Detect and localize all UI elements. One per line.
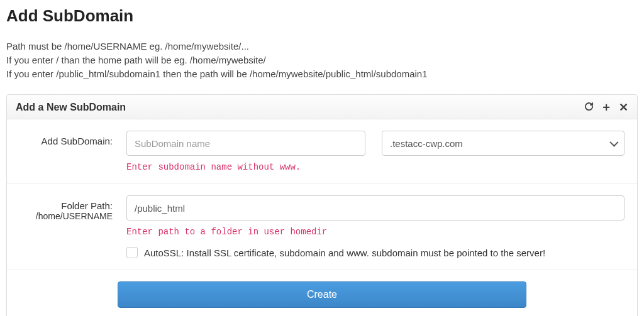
domain-select-value: .testacc-cwp.com	[390, 138, 463, 149]
intro-line-2: If you enter / than the home path will b…	[6, 53, 638, 67]
autossl-row: AutoSSL: Install SSL certificate, subdom…	[126, 247, 625, 258]
subdomain-input[interactable]	[126, 131, 365, 156]
add-subdomain-panel: Add a New SubDomain + ✕ Add SubDomain: .…	[6, 94, 638, 316]
button-row: Create	[7, 270, 637, 316]
autossl-checkbox[interactable]	[126, 247, 138, 258]
close-icon[interactable]: ✕	[619, 102, 628, 113]
folderpath-label: Folder Path:	[61, 200, 113, 211]
intro-text: Path must be /home/USERNAME eg. /home/my…	[6, 40, 638, 80]
intro-line-3: If you enter /public_html/subdomain1 the…	[6, 67, 638, 81]
panel-header: Add a New SubDomain + ✕	[7, 95, 637, 119]
folderpath-row: Folder Path: /home/USERNAME Enter path t…	[7, 184, 637, 270]
intro-line-1: Path must be /home/USERNAME eg. /home/my…	[6, 40, 638, 53]
refresh-icon[interactable]	[584, 102, 594, 113]
folderpath-input[interactable]	[126, 195, 625, 221]
folderpath-hint: Enter path to a folder in user homedir	[126, 227, 625, 237]
domain-select[interactable]: .testacc-cwp.com	[382, 131, 625, 156]
panel-action-bar: + ✕	[584, 101, 628, 114]
subdomain-hint: Enter subdomain name without www.	[126, 162, 625, 172]
panel-body: Add SubDomain: .testacc-cwp.com Enter su…	[7, 119, 637, 316]
subdomain-label: Add SubDomain:	[7, 131, 126, 146]
chevron-down-icon	[609, 138, 618, 147]
create-button[interactable]: Create	[118, 281, 526, 308]
page-title: Add SubDomain	[6, 6, 638, 26]
autossl-label: AutoSSL: Install SSL certificate, subdom…	[144, 248, 545, 258]
panel-title: Add a New SubDomain	[16, 102, 126, 113]
subdomain-row: Add SubDomain: .testacc-cwp.com Enter su…	[7, 119, 637, 184]
add-icon[interactable]: +	[602, 101, 610, 114]
folderpath-sublabel: /home/USERNAME	[7, 211, 113, 221]
